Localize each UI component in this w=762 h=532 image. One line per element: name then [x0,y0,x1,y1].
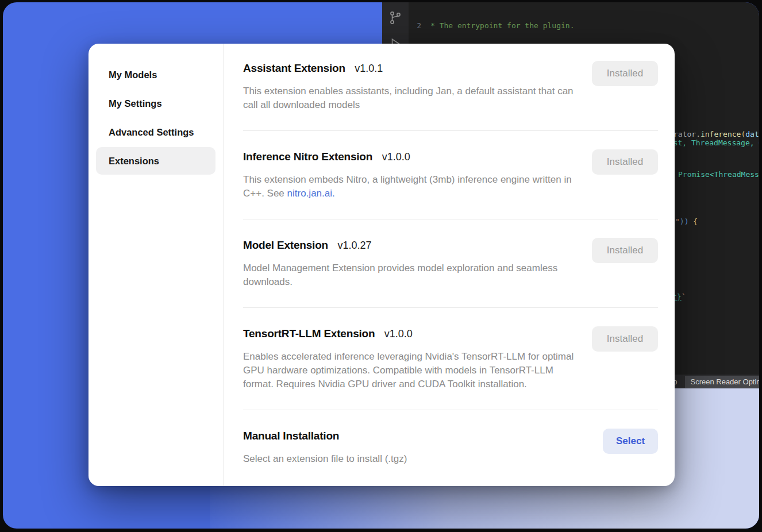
code-fragment-promise: Promise<ThreadMessage> [678,170,759,179]
sidebar-item-extensions[interactable]: Extensions [96,147,215,175]
nitro-jan-ai-link[interactable]: nitro.jan.ai. [287,188,335,199]
sidebar-item-my-settings[interactable]: My Settings [96,90,215,117]
installed-button[interactable]: Installed [592,238,658,263]
extensions-list: Assistant Extension v1.0.1 This extensio… [224,44,675,486]
extension-description: Model Management Extension provides mode… [243,261,575,289]
extension-version: v1.0.0 [384,328,413,340]
sidebar-item-my-models[interactable]: My Models [96,61,215,88]
git-branch-icon[interactable] [388,10,403,25]
screen-reader-status-item[interactable]: Screen Reader Optimize [685,376,759,388]
settings-modal: My Models My Settings Advanced Settings … [88,44,675,486]
extension-description: Enables accelerated inference leveraging… [243,350,575,391]
extension-version: v1.0.1 [355,63,383,74]
extension-name: Assistant Extension [243,62,345,74]
extension-name: Model Extension [243,239,328,251]
extension-row-model: Model Extension v1.0.27 Model Management… [243,219,658,308]
extension-row-nitro: Inference Nitro Extension v1.0.0 This ex… [243,131,658,219]
installed-button[interactable]: Installed [592,149,658,175]
extension-name: Inference Nitro Extension [243,151,372,163]
extension-row-manual-install: Manual Installation Select an extension … [243,410,658,484]
extension-description: This extension embeds Nitro, a lightweig… [243,173,575,201]
installed-button[interactable]: Installed [592,61,658,86]
extension-row-assistant: Assistant Extension v1.0.1 This extensio… [243,61,658,131]
extension-name: Manual Installation [243,430,339,442]
sidebar-item-advanced-settings[interactable]: Advanced Settings [96,118,215,146]
desktop-background: 2* The entrypoint for the plugin. 3*/ 4 … [3,2,759,529]
code-line: 2* The entrypoint for the plugin. [409,21,759,30]
extension-description: Select an extension file to install (.tg… [243,452,407,466]
code-fragment-inference: rator.inference(data)); [674,130,759,138]
extension-version: v1.0.27 [337,240,371,251]
code-fragment-close-brace: ")) { [675,217,698,226]
select-file-button[interactable]: Select [603,429,658,454]
settings-sidebar: My Models My Settings Advanced Settings … [88,44,224,486]
extension-row-tensorrt: TensortRT-LLM Extension v1.0.0 Enables a… [243,308,658,410]
extension-name: TensortRT-LLM Extension [243,327,375,340]
extension-description: This extension enables assistants, inclu… [243,84,575,112]
installed-button[interactable]: Installed [592,326,658,352]
extension-version: v1.0.0 [382,151,410,163]
